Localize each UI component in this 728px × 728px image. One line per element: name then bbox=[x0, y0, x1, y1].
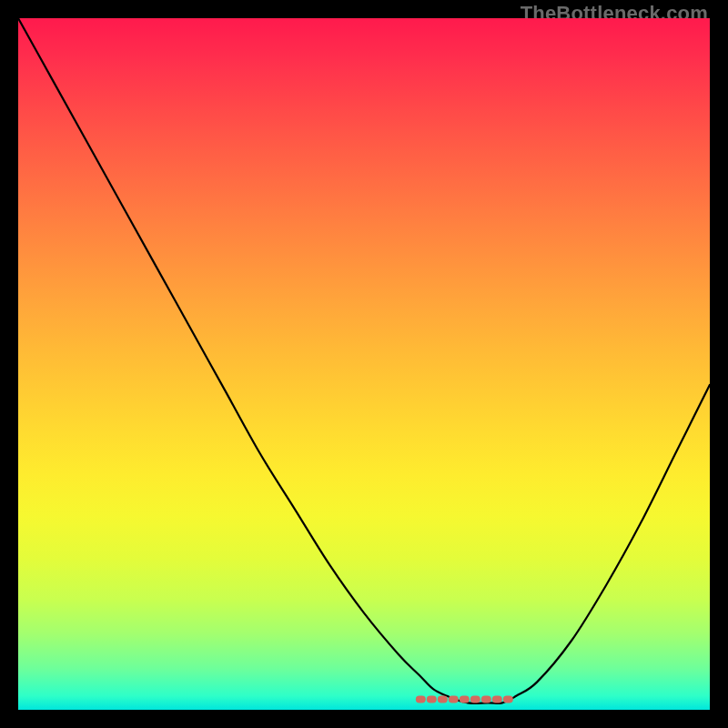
curve-svg bbox=[18, 18, 710, 710]
bottleneck-curve bbox=[18, 18, 710, 703]
chart-frame: TheBottleneck.com bbox=[0, 0, 728, 728]
plot-area bbox=[18, 18, 710, 710]
